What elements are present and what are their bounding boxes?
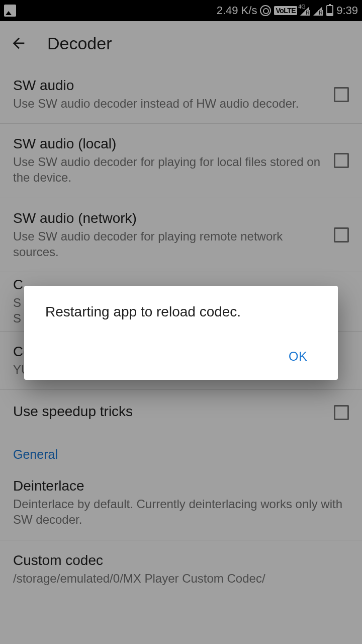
dialog: Restarting app to reload codec. OK — [24, 286, 338, 380]
dialog-message: Restarting app to reload codec. — [45, 304, 317, 320]
ok-button[interactable]: OK — [280, 344, 317, 369]
